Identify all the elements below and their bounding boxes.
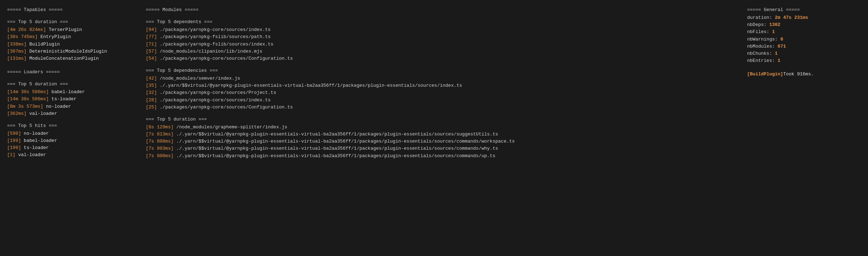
dependent-path-1: ./packages/yarnpkg-fslib/sources/path.ts (160, 33, 271, 41)
general-nbmodules-val: 671 (778, 43, 786, 50)
dependency-item-4: [25] ./packages/yarnpkg-core/sources/Con… (146, 104, 736, 111)
loader-hit-count-2: [199] (7, 144, 21, 151)
dependent-item-0: [94] ./packages/yarnpkg-core/sources/ind… (146, 26, 736, 33)
dependent-path-2: ./packages/yarnpkg-fslib/sources/index.t… (160, 41, 273, 48)
general-nbfiles-row: nbFiles: 1 (747, 28, 861, 36)
mod-dur-path-4: ./.yarn/$$virtual/@yarnpkg-plugin-essent… (176, 153, 495, 160)
loader-dur-time-3: [362ms] (7, 110, 27, 117)
loaders-duration-header: === Top 5 duration === (7, 81, 135, 88)
dependency-count-0: [42] (146, 75, 157, 82)
loader-hit-item-3: [1] val-loader (7, 151, 135, 159)
mod-dur-time-3: [7s 803ms] (146, 145, 174, 152)
general-plugin-row: [BuildPlugin] Took 916ms. (747, 71, 861, 78)
general-duration-row: duration: 2m 47s 231ms (747, 14, 861, 21)
general-duration-val: 2m 47s 231ms (775, 14, 808, 21)
loaders-hits-header: === Top 5 hits === (7, 122, 135, 129)
mod-dur-time-0: [8s 129ms] (146, 124, 174, 131)
loader-hit-item-0: [590] no-loader (7, 130, 135, 137)
tapable-name-1: EntryPlugin (41, 33, 71, 41)
loader-hit-name-0: no-loader (24, 130, 49, 137)
loader-dur-item-2: [8m 3s 573ms] no-loader (7, 103, 135, 110)
mod-dur-time-2: [7s 808ms] (146, 138, 174, 145)
dependency-path-2: ./packages/yarnpkg-core/sources/Project.… (160, 89, 276, 96)
dependent-path-3: /node_modules/clipanion/lib/index.mjs (160, 48, 262, 55)
tapable-item-0: [4m 26s 824ms] TerserPlugin (7, 26, 135, 33)
loader-dur-item-3: [362ms] val-loader (7, 110, 135, 117)
dependent-path-0: ./packages/yarnpkg-core/sources/index.ts (160, 26, 271, 33)
loaders-section-header: ===== Loaders ===== (7, 69, 135, 76)
mod-dur-path-3: ./.yarn/$$virtual/@yarnpkg-plugin-essent… (176, 145, 498, 152)
dependency-item-3: [28] ./packages/yarnpkg-core/sources/ind… (146, 97, 736, 104)
loader-hit-item-1: [199] babel-loader (7, 137, 135, 144)
mod-dur-item-2: [7s 808ms] ./.yarn/$$virtual/@yarnpkg-pl… (146, 138, 736, 145)
general-duration-label: duration: (747, 14, 772, 21)
mod-dur-item-1: [7s 813ms] ./.yarn/$$virtual/@yarnpkg-pl… (146, 131, 736, 138)
mod-dur-path-2: ./.yarn/$$virtual/@yarnpkg-plugin-essent… (176, 138, 515, 145)
loader-hit-count-3: [1] (7, 151, 15, 159)
mod-dur-item-4: [7s 800ms] ./.yarn/$$virtual/@yarnpkg-pl… (146, 153, 736, 160)
dependent-item-4: [54] ./packages/yarnpkg-core/sources/Con… (146, 55, 736, 62)
general-nbwarnings-label: nbWarnings: (747, 36, 778, 43)
general-nbentries-label: nbEntries: (747, 57, 775, 64)
tapable-item-2: [338ms] BuildPlugin (7, 41, 135, 48)
modules-column: ===== Modules ===== === Top 5 dependents… (146, 6, 736, 160)
tapable-time-0: [4m 26s 824ms] (7, 26, 46, 33)
general-nbchunks-val: 1 (775, 50, 778, 57)
general-nbdeps-val: 1302 (769, 21, 780, 28)
mod-dur-item-3: [7s 803ms] ./.yarn/$$virtual/@yarnpkg-pl… (146, 145, 736, 152)
dependency-count-3: [28] (146, 97, 157, 104)
tapable-name-2: BuildPlugin (29, 41, 60, 48)
loader-dur-name-2: no-loader (46, 103, 71, 110)
tapable-item-4: [131ms] ModuleConcatenationPlugin (7, 55, 135, 62)
general-nbmodules-row: nbModules: 671 (747, 43, 861, 50)
dependency-count-1: [35] (146, 82, 157, 89)
dependency-count-2: [32] (146, 89, 157, 96)
dependent-item-3: [57] /node_modules/clipanion/lib/index.m… (146, 48, 736, 55)
dependency-item-0: [42] /node_modules/semver/index.js (146, 75, 736, 82)
general-nbdeps-row: nbDeps: 1302 (747, 21, 861, 28)
tapable-time-4: [131ms] (7, 55, 27, 62)
main-layout: ===== Tapables ===== === Top 5 duration … (7, 6, 861, 160)
dependency-path-4: ./packages/yarnpkg-core/sources/Configur… (160, 104, 293, 111)
tapable-name-0: TerserPlugin (49, 26, 82, 33)
dependent-count-0: [94] (146, 26, 157, 33)
dependency-item-2: [32] ./packages/yarnpkg-core/sources/Pro… (146, 89, 736, 96)
dependent-item-1: [77] ./packages/yarnpkg-fslib/sources/pa… (146, 33, 736, 41)
dependency-count-4: [25] (146, 104, 157, 111)
general-nbdeps-label: nbDeps: (747, 21, 767, 28)
mod-dur-path-1: ./.yarn/$$virtual/@yarnpkg-plugin-essent… (176, 131, 498, 138)
mod-dur-path-0: /node_modules/grapheme-splitter/index.js (176, 124, 287, 131)
tapable-time-1: [30s 745ms] (7, 33, 38, 41)
loader-dur-name-0: babel-loader (52, 89, 85, 96)
general-nbchunks-row: nbChunks: 1 (747, 50, 861, 57)
loader-dur-time-2: [8m 3s 573ms] (7, 103, 43, 110)
mod-dur-item-0: [8s 129ms] /node_modules/grapheme-splitt… (146, 124, 736, 131)
tapable-time-2: [338ms] (7, 41, 27, 48)
loader-hit-count-1: [199] (7, 137, 21, 144)
tapable-item-3: [307ms] DeterministicModuleIdsPlugin (7, 48, 135, 55)
general-nbfiles-val: 1 (772, 28, 775, 36)
loader-dur-item-0: [14m 30s 586ms] babel-loader (7, 89, 135, 96)
loader-hit-name-2: ts-loader (24, 144, 49, 151)
dependent-count-4: [54] (146, 55, 157, 62)
general-section-header: ===== General ===== (747, 6, 861, 14)
tapables-duration-header: === Top 5 duration === (7, 18, 135, 26)
loader-hit-name-3: val-loader (18, 151, 46, 159)
general-column: ===== General ===== duration: 2m 47s 231… (747, 6, 861, 160)
loader-hit-item-2: [199] ts-loader (7, 144, 135, 151)
modules-duration-header: === Top 5 duration === (146, 116, 736, 123)
tapable-time-3: [307ms] (7, 48, 27, 55)
general-nbwarnings-row: nbWarnings: 6 (747, 36, 861, 43)
loader-dur-name-3: val-loader (29, 110, 57, 117)
dependent-count-1: [77] (146, 33, 157, 41)
dependency-item-1: [35] ./.yarn/$$virtual/@yarnpkg-plugin-e… (146, 82, 736, 89)
dependent-count-3: [57] (146, 48, 157, 55)
mod-dur-time-1: [7s 813ms] (146, 131, 174, 138)
dependent-path-4: ./packages/yarnpkg-core/sources/Configur… (160, 55, 293, 62)
dependent-item-2: [71] ./packages/yarnpkg-fslib/sources/in… (146, 41, 736, 48)
loader-dur-item-1: [14m 30s 586ms] ts-loader (7, 96, 135, 103)
loader-hit-count-0: [590] (7, 130, 21, 137)
modules-section-header: ===== Modules ===== (146, 6, 736, 14)
loader-dur-time-0: [14m 30s 586ms] (7, 89, 49, 96)
general-nbfiles-label: nbFiles: (747, 28, 769, 36)
